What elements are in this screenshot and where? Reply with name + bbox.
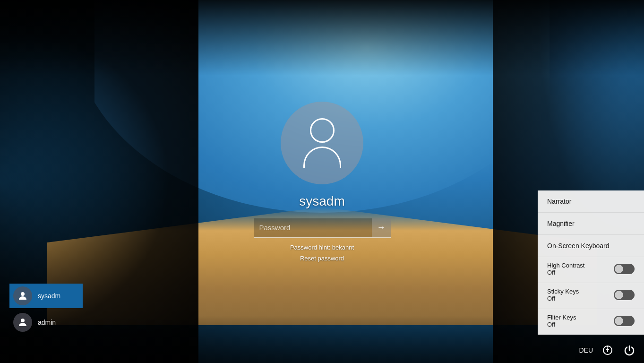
filter-keys-state: Off (547, 321, 576, 328)
user-item-admin[interactable]: admin (9, 310, 83, 335)
user-item-sysadm[interactable]: sysadm (9, 284, 83, 308)
high-contrast-knob (615, 265, 623, 273)
sticky-keys-toggle[interactable] (614, 290, 635, 300)
username-label: sysadm (299, 194, 344, 209)
person-icon (17, 290, 28, 302)
power-button[interactable] (622, 343, 636, 357)
avatar-head (310, 118, 335, 143)
password-hint: Password hint: bekannt (290, 244, 354, 251)
sticky-keys-state: Off (547, 295, 579, 302)
power-icon (624, 345, 635, 356)
submit-button[interactable]: → (372, 218, 391, 237)
narrator-item[interactable]: Narrator (538, 190, 644, 213)
magnifier-item[interactable]: Magnifier (538, 213, 644, 235)
accessibility-panel: Narrator Magnifier On-Screen Keyboard Hi… (538, 190, 644, 335)
high-contrast-toggle-row: High Contrast Off (538, 257, 644, 283)
svg-point-0 (21, 292, 25, 296)
magnifier-label: Magnifier (547, 220, 575, 227)
filter-keys-knob (615, 317, 623, 325)
ease-of-access-icon (602, 345, 613, 356)
user-name-sysadm: sysadm (38, 292, 60, 300)
avatar-body (303, 147, 341, 168)
user-avatar-admin (13, 313, 32, 332)
reset-password-link[interactable]: Reset password (300, 255, 344, 262)
user-list: sysadm admin (9, 284, 83, 335)
ease-of-access-button[interactable] (601, 343, 615, 357)
filter-keys-toggle[interactable] (614, 316, 635, 326)
onscreen-keyboard-item[interactable]: On-Screen Keyboard (538, 235, 644, 257)
onscreen-keyboard-label: On-Screen Keyboard (547, 242, 610, 250)
person-icon (17, 317, 28, 328)
filter-keys-title: Filter Keys (547, 314, 576, 321)
bottom-bar: DEU (0, 337, 644, 363)
avatar (281, 102, 363, 184)
sticky-keys-knob (615, 291, 623, 299)
filter-keys-toggle-row: Filter Keys Off (538, 309, 644, 335)
password-row: → (254, 218, 391, 238)
sticky-keys-toggle-row: Sticky Keys Off (538, 283, 644, 309)
sticky-keys-title: Sticky Keys (547, 288, 579, 295)
high-contrast-state: Off (547, 269, 584, 276)
narrator-label: Narrator (547, 198, 571, 205)
high-contrast-info: High Contrast Off (547, 262, 584, 276)
login-area: sysadm → Password hint: bekannt Reset pa… (254, 102, 391, 262)
user-icon (303, 118, 341, 168)
high-contrast-toggle[interactable] (614, 264, 635, 274)
high-contrast-title: High Contrast (547, 262, 584, 269)
svg-point-3 (607, 346, 609, 347)
language-indicator: DEU (579, 346, 593, 354)
svg-point-1 (21, 319, 25, 322)
user-avatar-sysadm (13, 286, 32, 305)
password-input[interactable] (254, 219, 372, 237)
sticky-keys-info: Sticky Keys Off (547, 288, 579, 302)
user-name-admin: admin (38, 319, 56, 326)
filter-keys-info: Filter Keys Off (547, 314, 576, 328)
